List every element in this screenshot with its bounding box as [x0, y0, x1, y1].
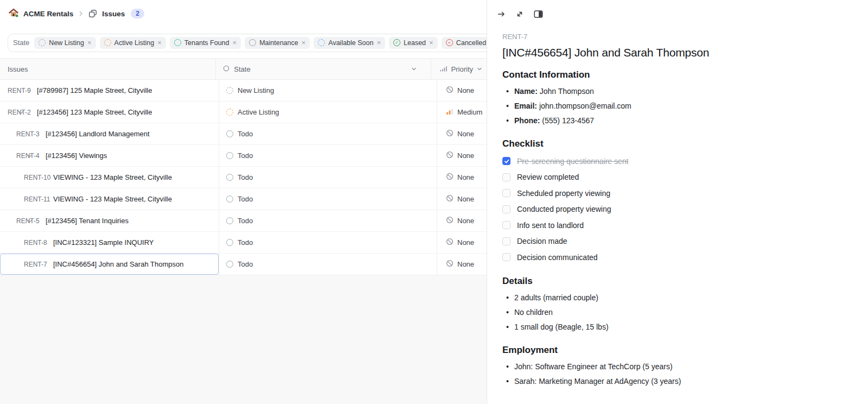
- remove-chip-icon[interactable]: ×: [87, 39, 92, 46]
- issue-title: VIEWING - 123 Maple Street, Cityville: [53, 173, 172, 181]
- priority-cell[interactable]: None: [437, 167, 487, 188]
- checkbox-icon[interactable]: [502, 221, 510, 229]
- cancelled-state-icon: ×: [446, 39, 453, 46]
- todo-state-icon: [226, 174, 233, 181]
- row-rent-11[interactable]: RENT-11 VIEWING - 123 Maple Street, City…: [0, 188, 487, 210]
- state-cell[interactable]: Todo: [219, 167, 437, 188]
- filter-chip-maintenance[interactable]: Maintenance×: [245, 37, 310, 49]
- column-priority[interactable]: Priority: [431, 59, 487, 79]
- row-rent-5[interactable]: RENT-5 [#123456] Tenant Inquiries Todo N…: [0, 210, 487, 232]
- row-rent-4[interactable]: RENT-4 [#123456] Viewings Todo None: [0, 145, 487, 167]
- priority-none-icon: [446, 129, 454, 139]
- issue-key: RENT-7: [502, 33, 853, 41]
- priority-cell[interactable]: None: [437, 210, 487, 231]
- filter-chip-new-listing[interactable]: New Listing×: [34, 37, 95, 49]
- checklist-item[interactable]: Info sent to landlord: [502, 217, 853, 233]
- list-item: 2 adults (married couple): [502, 291, 853, 305]
- list-item: Name: John Thompson: [502, 84, 853, 99]
- priority-cell[interactable]: None: [437, 232, 487, 253]
- checkbox-icon[interactable]: [502, 173, 510, 181]
- section-heading-employment: Employment: [502, 345, 853, 356]
- row-rent-2[interactable]: RENT-2 [#123456] 123 Maple Street, Cityv…: [0, 102, 487, 123]
- checklist: Pre-screening questionnaire sent Review …: [502, 153, 853, 266]
- remove-chip-icon[interactable]: ×: [376, 39, 381, 46]
- toggle-right-panel-icon[interactable]: [531, 7, 546, 21]
- column-state[interactable]: State: [215, 59, 430, 79]
- checkbox-icon[interactable]: [502, 237, 510, 245]
- expand-chevron-icon[interactable]: [27, 218, 42, 224]
- issue-id: RENT-7: [24, 261, 53, 268]
- chevron-down-icon[interactable]: [477, 66, 482, 72]
- active-listing-state-icon: [226, 109, 233, 116]
- chevron-right-icon: [78, 11, 84, 16]
- remove-chip-icon[interactable]: ×: [233, 39, 237, 46]
- filter-chip-leased[interactable]: ✓Leased×: [389, 37, 438, 49]
- state-cell[interactable]: Todo: [219, 232, 437, 253]
- breadcrumb: ACME Rentals Issues 2: [0, 0, 487, 27]
- section-heading-checklist: Checklist: [502, 138, 853, 149]
- chevron-down-icon[interactable]: [411, 66, 417, 72]
- checklist-item[interactable]: Pre-screening questionnaire sent: [502, 153, 853, 169]
- row-rent-7[interactable]: RENT-7 [INC#456654] John and Sarah Thomp…: [0, 254, 487, 275]
- filter-chip-available-soon[interactable]: Available Soon×: [314, 37, 385, 49]
- row-rent-10[interactable]: RENT-10 VIEWING - 123 Maple Street, City…: [0, 167, 487, 188]
- row-rent-9[interactable]: RENT-9 [#789987] 125 Maple Street, Cityv…: [0, 80, 487, 102]
- checkbox-icon[interactable]: [502, 205, 510, 213]
- priority-none-icon: [446, 260, 454, 269]
- list-item: Sarah: Marketing Manager at AdAgency (3 …: [502, 374, 853, 389]
- filter-chip-tenants-found[interactable]: Tenants Found×: [170, 37, 241, 49]
- checkbox-icon[interactable]: [502, 189, 510, 197]
- issue-id: RENT-10: [24, 174, 53, 181]
- checkbox-icon[interactable]: [502, 253, 510, 261]
- priority-none-icon: [446, 151, 454, 161]
- state-cell[interactable]: Todo: [219, 210, 437, 231]
- state-cell[interactable]: Todo: [219, 145, 437, 166]
- filter-chip-active-listing[interactable]: Active Listing×: [100, 37, 166, 49]
- contact-list: Name: John Thompson Email: john.thompson…: [502, 84, 853, 128]
- issues-table: Issues State Priority RENT-9 [#789987] 1…: [0, 58, 487, 275]
- status-circle-icon: [223, 65, 229, 73]
- checklist-item[interactable]: Decision communicated: [502, 249, 853, 266]
- issues-view: ACME Rentals Issues 2 State New Listing×…: [0, 0, 487, 404]
- priority-cell[interactable]: None: [437, 188, 487, 210]
- breadcrumb-page[interactable]: Issues: [102, 10, 125, 18]
- checklist-item[interactable]: Review completed: [502, 169, 853, 186]
- todo-state-icon: [226, 130, 233, 137]
- priority-cell[interactable]: None: [437, 254, 487, 275]
- issue-title: [#123456] Landlord Management: [46, 130, 150, 138]
- checklist-item[interactable]: Decision made: [502, 233, 853, 250]
- state-cell[interactable]: Todo: [219, 123, 437, 144]
- state-cell[interactable]: Active Listing: [219, 102, 437, 123]
- new-listing-state-icon: [226, 87, 233, 94]
- available-soon-state-icon: [318, 39, 325, 46]
- remove-chip-icon[interactable]: ×: [302, 39, 306, 46]
- state-cell[interactable]: Todo: [219, 254, 437, 275]
- expand-diagonal-icon[interactable]: [512, 7, 527, 21]
- row-rent-3[interactable]: RENT-3 [#123456] Landlord Management Tod…: [0, 123, 487, 145]
- checkbox-icon[interactable]: [502, 157, 510, 165]
- todo-state-icon: [226, 217, 233, 224]
- priority-cell[interactable]: None: [437, 123, 487, 144]
- issue-title: [#789987] 125 Maple Street, Cityville: [37, 86, 152, 94]
- active-listing-state-icon: [104, 39, 111, 46]
- signal-bars-icon: [440, 65, 448, 73]
- priority-cell[interactable]: Medium: [437, 102, 487, 123]
- todo-state-icon: [226, 152, 233, 159]
- priority-cell[interactable]: None: [437, 145, 487, 166]
- breadcrumb-workspace[interactable]: ACME Rentals: [23, 10, 73, 18]
- issue-detail-content: RENT-7 [INC#456654] John and Sarah Thomp…: [487, 25, 868, 389]
- priority-cell[interactable]: None: [437, 80, 487, 101]
- remove-chip-icon[interactable]: ×: [429, 39, 433, 46]
- remove-chip-icon[interactable]: ×: [157, 39, 162, 46]
- close-panel-arrow-right-icon[interactable]: [494, 7, 509, 21]
- checklist-item[interactable]: Scheduled property viewing: [502, 185, 853, 201]
- row-rent-8[interactable]: RENT-8 [INC#123321] Sample INQUIRY Todo …: [0, 232, 487, 254]
- state-cell[interactable]: Todo: [219, 188, 437, 210]
- expand-chevron-icon[interactable]: [27, 153, 42, 159]
- expand-chevron-icon[interactable]: [18, 110, 34, 115]
- checklist-item[interactable]: Conducted property viewing: [502, 201, 853, 218]
- tenants-found-state-icon: [174, 39, 181, 46]
- state-cell[interactable]: New Listing: [219, 80, 437, 101]
- issue-title: VIEWING - 123 Maple Street, Cityville: [53, 195, 172, 203]
- section-heading-details: Details: [502, 276, 853, 287]
